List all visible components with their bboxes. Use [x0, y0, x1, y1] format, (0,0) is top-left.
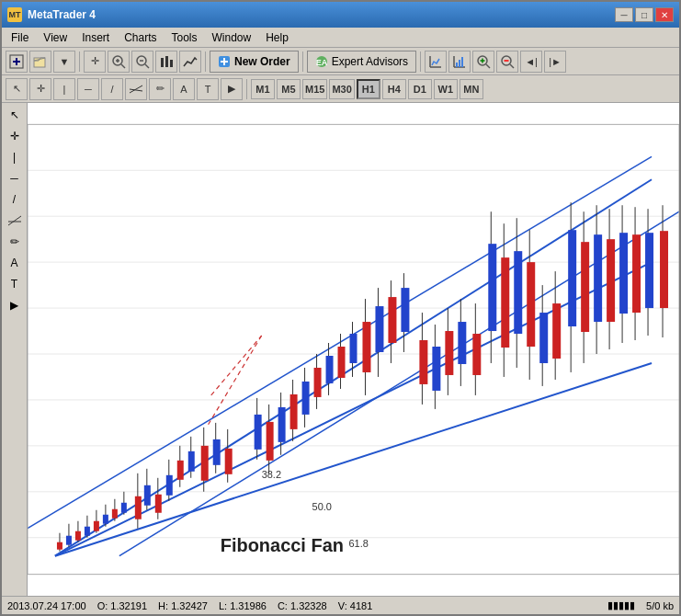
- period-button[interactable]: [448, 51, 471, 73]
- zoom-out-button[interactable]: [131, 51, 153, 73]
- chart-area[interactable]: 38.2 50.0 61.8: [28, 103, 679, 596]
- draw-cross[interactable]: ✛: [4, 126, 26, 146]
- svg-rect-93: [255, 415, 262, 450]
- menu-view[interactable]: View: [36, 29, 74, 46]
- horizontal-line-tool[interactable]: ─: [77, 78, 99, 100]
- sep2: [205, 51, 206, 72]
- zoom-chart-in[interactable]: [472, 51, 494, 73]
- status-close: C: 1.32328: [278, 600, 327, 611]
- svg-rect-137: [539, 313, 548, 363]
- channel-tool[interactable]: [125, 78, 147, 100]
- svg-rect-79: [155, 495, 162, 513]
- trendline-tool[interactable]: /: [101, 78, 123, 100]
- menu-window[interactable]: Window: [205, 29, 259, 46]
- svg-rect-13: [165, 56, 168, 67]
- tf-m5[interactable]: M5: [277, 79, 301, 99]
- svg-rect-91: [225, 449, 233, 474]
- cursor-tool[interactable]: ↖: [6, 78, 28, 100]
- tf-h4[interactable]: H4: [382, 79, 406, 99]
- tf-m15[interactable]: M15: [302, 79, 327, 99]
- svg-rect-145: [594, 234, 602, 322]
- draw-pencil[interactable]: ✏: [4, 232, 26, 252]
- title-bar-controls: ─ □ ✕: [615, 7, 674, 22]
- draw-channel[interactable]: [4, 211, 26, 231]
- pencil-tool[interactable]: ✏: [149, 78, 171, 100]
- svg-rect-63: [75, 531, 81, 541]
- fib-label: Fibonacci Fan: [221, 535, 344, 555]
- svg-rect-61: [66, 536, 72, 545]
- menu-bar: File View Insert Charts Tools Window Hel…: [2, 28, 679, 48]
- svg-text:50.0: 50.0: [312, 501, 332, 512]
- title-bar: MT MetaTrader 4 ─ □ ✕: [2, 2, 679, 28]
- svg-rect-147: [607, 239, 615, 322]
- zoom-chart-out[interactable]: [496, 51, 518, 73]
- minimize-button[interactable]: ─: [615, 7, 633, 22]
- svg-text:EA: EA: [315, 58, 327, 67]
- history-button[interactable]: [425, 51, 447, 73]
- svg-rect-26: [461, 57, 463, 67]
- tf-mn[interactable]: MN: [460, 79, 483, 99]
- menu-charts[interactable]: Charts: [117, 29, 164, 46]
- tf-w1[interactable]: W1: [434, 79, 458, 99]
- status-datetime: 2013.07.24 17:00: [7, 600, 86, 611]
- svg-rect-83: [177, 461, 184, 480]
- tf-d1[interactable]: D1: [408, 79, 432, 99]
- line-chart-button[interactable]: [179, 51, 201, 73]
- open-button[interactable]: [29, 51, 51, 73]
- new-order-label: New Order: [234, 55, 290, 68]
- new-chart-button[interactable]: [6, 51, 28, 73]
- svg-rect-99: [290, 394, 298, 429]
- svg-rect-71: [112, 509, 118, 519]
- new-order-button[interactable]: New Order: [210, 51, 299, 73]
- toolbar-row-2: ↖ ✛ | ─ / ✏ A T ▶ M1 M5 M15 M30 H1 H4 D1…: [2, 75, 679, 103]
- maximize-button[interactable]: □: [635, 7, 653, 22]
- draw-cursor[interactable]: ↖: [4, 105, 26, 125]
- window-title: MetaTrader 4: [28, 8, 96, 21]
- dropdown-arrow[interactable]: ▼: [53, 51, 75, 73]
- menu-help[interactable]: Help: [258, 29, 296, 46]
- svg-rect-127: [472, 334, 481, 375]
- svg-rect-125: [458, 322, 466, 364]
- sep1: [79, 51, 80, 72]
- svg-rect-97: [278, 407, 286, 442]
- tf-m1[interactable]: M1: [251, 79, 275, 99]
- menu-insert[interactable]: Insert: [74, 29, 117, 46]
- vertical-line-tool[interactable]: |: [53, 78, 75, 100]
- status-bar: 2013.07.24 17:00 O: 1.32191 H: 1.32427 L…: [2, 596, 679, 614]
- menu-file[interactable]: File: [4, 29, 36, 46]
- expert-advisors-button[interactable]: EA Expert Advisors: [307, 51, 416, 73]
- draw-textlabel[interactable]: T: [4, 274, 26, 294]
- svg-rect-109: [350, 334, 358, 363]
- crosshair-tool[interactable]: ✛: [29, 78, 51, 100]
- draw-trend[interactable]: /: [4, 189, 26, 210]
- draw-arrow[interactable]: ▶: [4, 295, 26, 315]
- arrow-tool[interactable]: ▶: [221, 78, 243, 100]
- svg-rect-113: [375, 306, 383, 352]
- svg-rect-129: [488, 244, 496, 331]
- svg-rect-69: [103, 515, 108, 524]
- draw-text[interactable]: A: [4, 253, 26, 273]
- status-low: L: 1.31986: [219, 600, 267, 611]
- zoom-in-button[interactable]: [108, 51, 130, 73]
- text-label-tool[interactable]: T: [197, 78, 219, 100]
- scroll-left-button[interactable]: ◄|: [520, 51, 542, 73]
- svg-rect-121: [432, 347, 440, 391]
- svg-rect-67: [94, 521, 99, 531]
- crosshair-button[interactable]: ✛: [84, 51, 106, 73]
- draw-vline[interactable]: |: [4, 147, 26, 167]
- svg-rect-155: [660, 231, 668, 308]
- text-tool[interactable]: A: [173, 78, 195, 100]
- svg-rect-153: [645, 233, 653, 308]
- tf-m30[interactable]: M30: [329, 79, 354, 99]
- svg-rect-14: [170, 60, 173, 67]
- close-button[interactable]: ✕: [655, 7, 674, 22]
- svg-rect-133: [514, 251, 522, 334]
- svg-rect-24: [456, 63, 458, 67]
- tf-h1[interactable]: H1: [357, 79, 380, 99]
- menu-tools[interactable]: Tools: [165, 29, 205, 46]
- chart-type-button[interactable]: [155, 51, 177, 73]
- draw-hline[interactable]: ─: [4, 168, 26, 188]
- scroll-right-button[interactable]: |►: [544, 51, 566, 73]
- svg-rect-12: [161, 58, 164, 67]
- svg-rect-25: [459, 60, 460, 67]
